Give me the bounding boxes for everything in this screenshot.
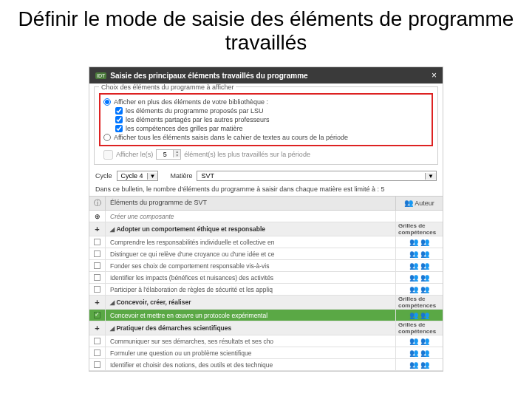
radio-bibliotheque-input[interactable]	[103, 98, 111, 106]
people-icon: 👥	[409, 273, 418, 282]
table-header: ⓘ Éléments du programme de SVT 👥 Auteur	[89, 197, 443, 211]
radio-cahier-input[interactable]	[103, 134, 111, 141]
col-elements: Éléments du programme de SVT	[106, 197, 395, 210]
people-icon: 👥	[409, 285, 418, 293]
row-checkbox[interactable]	[94, 239, 100, 245]
close-icon[interactable]: ×	[432, 70, 437, 81]
dialog-title: Saisie des principaux éléments travaillé…	[110, 72, 307, 80]
people-icon: 👥	[409, 337, 418, 345]
checkbox-grilles-input[interactable]	[115, 125, 123, 132]
count-spinner[interactable]: ▲▼	[156, 149, 181, 160]
table-row[interactable]: Distinguer ce qui relève d'une croyance …	[89, 248, 443, 260]
group-right: Grilles de compétences	[395, 321, 443, 335]
people-icon: 👥	[409, 238, 418, 246]
app-badge: IDT	[95, 72, 106, 79]
checkbox-lsu[interactable]: les éléments du programme proposés par L…	[115, 107, 429, 115]
afficher-tail-label: élément(s) les plus travaillés sur la pé…	[184, 151, 310, 158]
checkbox-grilles[interactable]: les compétences des grilles par matière	[115, 125, 429, 132]
count-input[interactable]	[157, 150, 173, 159]
cycle-select[interactable]: Cycle 4 ▼	[117, 171, 159, 181]
group-row[interactable]: +◢ Pratiquer des démarches scientifiques…	[89, 321, 443, 335]
spinner-down-icon[interactable]: ▼	[173, 154, 180, 157]
row-checkbox[interactable]	[94, 250, 100, 257]
afficher-les-label: Afficher le(s)	[116, 151, 153, 158]
fieldset-legend: Choix des éléments du programme à affich…	[99, 83, 236, 91]
group-right: Grilles de compétences	[395, 222, 443, 236]
row-checkbox[interactable]	[94, 274, 100, 281]
table-row[interactable]: Comprendre les responsabilités individue…	[89, 236, 443, 248]
expand-icon[interactable]: +	[95, 298, 99, 307]
people-icon: 👥	[409, 311, 418, 319]
limit-note: Dans ce bulletin, le nombre d'éléments d…	[89, 184, 443, 196]
afficher-count-row: Afficher le(s) ▲▼ élément(s) les plus tr…	[103, 149, 433, 160]
dialog-header: IDT Saisie des principaux éléments trava…	[89, 67, 443, 83]
row-checkbox[interactable]	[94, 312, 100, 318]
create-label: Créer une composante	[106, 211, 395, 222]
group-row[interactable]: +◢ Adopter un comportement éthique et re…	[89, 222, 443, 236]
row-text: Distinguer ce qui relève d'une croyance …	[106, 248, 395, 259]
triangle-icon: ◢	[110, 226, 115, 233]
chevron-down-icon[interactable]: ▼	[425, 173, 436, 180]
row-text: Formuler une question ou un problème sci…	[106, 347, 395, 358]
row-checkbox[interactable]	[94, 349, 100, 356]
people-icon: 👥	[420, 238, 429, 246]
radio-cahier[interactable]: Afficher tous les éléments saisis dans l…	[103, 134, 429, 141]
highlight-box: Afficher en plus des éléments de votre b…	[99, 93, 433, 146]
people-icon: 👥	[420, 250, 429, 258]
people-icon: 👥	[420, 361, 429, 369]
group-title: Adopter un comportement éthique et respo…	[116, 225, 265, 233]
table-row[interactable]: Fonder ses choix de comportement respons…	[89, 260, 443, 272]
checkbox-grilles-label: les compétences des grilles par matière	[126, 125, 243, 132]
expand-icon[interactable]: +	[95, 225, 99, 233]
cycle-value: Cycle 4	[117, 171, 147, 180]
display-options-fieldset: Choix des éléments du programme à affich…	[94, 86, 438, 165]
cycle-label: Cycle	[95, 172, 112, 180]
people-icon: 👥	[404, 199, 413, 207]
people-icon: 👥	[409, 262, 418, 270]
radio-cahier-label: Afficher tous les éléments saisis dans l…	[114, 134, 348, 141]
expand-icon[interactable]: +	[95, 324, 99, 332]
row-checkbox[interactable]	[94, 361, 100, 368]
row-text: Concevoir et mettre en œuvre un protocol…	[106, 310, 395, 321]
people-icon: 👥	[420, 262, 429, 270]
create-icon[interactable]: ⊕	[89, 211, 106, 222]
checkbox-lsu-input[interactable]	[115, 107, 123, 115]
matiere-value: SVT	[197, 171, 425, 180]
table-row[interactable]: Communiquer sur ses démarches, ses résul…	[89, 335, 443, 347]
group-row[interactable]: +◢ Concevoir, créer, réaliserGrilles de …	[89, 296, 443, 310]
people-icon: 👥	[420, 273, 429, 282]
radio-bibliotheque-label: Afficher en plus des éléments de votre b…	[114, 98, 268, 106]
col-auteur: Auteur	[415, 200, 434, 207]
dialog: IDT Saisie des principaux éléments trava…	[89, 66, 443, 372]
people-icon: 👥	[420, 311, 429, 319]
table-row[interactable]: Concevoir et mettre en œuvre un protocol…	[89, 310, 443, 321]
triangle-icon: ◢	[110, 325, 115, 332]
group-title: Concevoir, créer, réaliser	[116, 299, 191, 306]
create-row[interactable]: ⊕ Créer une composante	[89, 211, 443, 222]
table-row[interactable]: Participer à l'élaboration de règles de …	[89, 284, 443, 296]
checkbox-profs-input[interactable]	[115, 116, 123, 123]
people-icon: 👥	[409, 349, 418, 357]
row-text: Fonder ses choix de comportement respons…	[106, 260, 395, 271]
checkbox-profs-label: les éléments partagés par les autres pro…	[126, 116, 270, 123]
matiere-select[interactable]: SVT ▼	[197, 171, 437, 181]
row-checkbox[interactable]	[94, 262, 100, 269]
row-checkbox[interactable]	[94, 338, 100, 344]
checkbox-afficher-count	[103, 150, 113, 160]
triangle-icon: ◢	[110, 299, 115, 306]
slide-title: Définir le mode de saisie des éléments d…	[0, 0, 532, 61]
radio-bibliotheque[interactable]: Afficher en plus des éléments de votre b…	[103, 98, 429, 106]
chevron-down-icon[interactable]: ▼	[147, 173, 158, 180]
people-icon: 👥	[420, 337, 429, 345]
row-text: Participer à l'élaboration de règles de …	[106, 284, 395, 295]
table-row[interactable]: Formuler une question ou un problème sci…	[89, 347, 443, 359]
info-icon[interactable]: ⓘ	[89, 197, 106, 210]
table-row[interactable]: Identifier et choisir des notions, des o…	[89, 359, 443, 371]
filters-row: Cycle Cycle 4 ▼ Matière SVT ▼	[89, 168, 443, 184]
table-row[interactable]: Identifier les impacts (bénéfices et nui…	[89, 272, 443, 284]
people-icon: 👥	[420, 349, 429, 357]
checkbox-profs[interactable]: les éléments partagés par les autres pro…	[115, 116, 429, 123]
matiere-label: Matière	[170, 172, 192, 180]
people-icon: 👥	[409, 361, 418, 369]
row-checkbox[interactable]	[94, 286, 100, 293]
